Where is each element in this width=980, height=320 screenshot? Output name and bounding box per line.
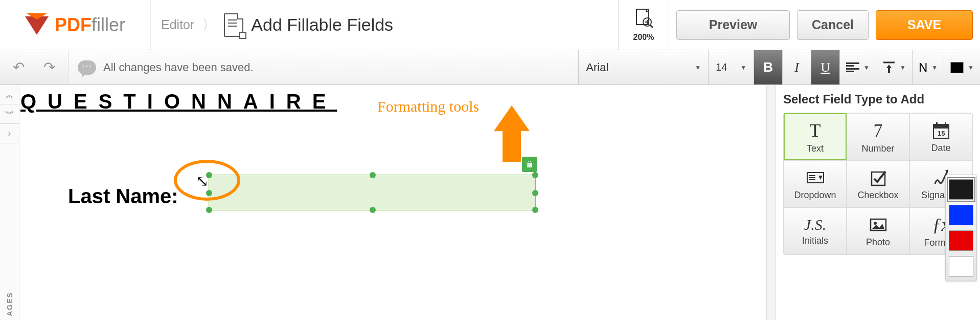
- field-type-photo[interactable]: Photo: [847, 207, 909, 254]
- bold-button[interactable]: B: [754, 50, 782, 84]
- field-type-checkbox[interactable]: Checkbox: [847, 160, 909, 207]
- resize-handle[interactable]: [532, 190, 538, 196]
- cancel-button[interactable]: Cancel: [797, 10, 869, 40]
- field-type-dropdown[interactable]: Dropdown: [784, 160, 847, 207]
- logo-icon: [25, 13, 51, 36]
- svg-line-2: [650, 25, 653, 28]
- breadcrumb-step-fields: Add Fillable Fields: [251, 15, 393, 35]
- preview-button[interactable]: Preview: [676, 10, 790, 40]
- zoom-value: 200%: [633, 33, 654, 42]
- comment-icon[interactable]: [78, 60, 96, 75]
- svg-rect-7: [933, 124, 949, 129]
- swatch-red[interactable]: [949, 230, 973, 251]
- chevron-down-icon: ▼: [931, 64, 938, 71]
- annotation-arrow-icon: [494, 105, 530, 157]
- panel-title: Select Field Type to Add: [783, 92, 973, 106]
- document-icon: [224, 13, 243, 37]
- format-toolbar: Arial▼ 14▼ B I U ▼ ▼ N▼ ▼: [578, 50, 980, 84]
- status-text: All changes have been saved.: [103, 61, 254, 74]
- resize-cursor-icon: ⤡: [196, 172, 209, 190]
- dropdown-icon: [805, 167, 826, 188]
- chevron-down-icon: ▼: [900, 64, 906, 71]
- chevron-right-icon: 〉: [202, 15, 216, 35]
- vertical-align-select[interactable]: ▼: [876, 50, 912, 84]
- annotation-label: Formatting tools: [377, 98, 479, 115]
- chevron-right-button[interactable]: ›: [0, 124, 19, 143]
- field-type-number[interactable]: 7Number: [847, 113, 909, 160]
- vertical-scrollbar[interactable]: [766, 85, 776, 320]
- svg-rect-9: [945, 122, 946, 126]
- chevron-down-icon: ▼: [863, 64, 870, 71]
- chevron-down-icon: ▼: [740, 64, 746, 71]
- align-left-icon: [846, 62, 859, 73]
- calendar-icon: 15: [931, 120, 951, 141]
- field-type-date[interactable]: 15Date: [909, 113, 972, 160]
- photo-icon: [868, 215, 888, 235]
- font-select[interactable]: Arial▼: [578, 50, 708, 84]
- field-type-grid: TText 7Number 15Date Dropdown Checkbox S…: [783, 113, 973, 255]
- align-top-icon: [882, 61, 896, 74]
- status-bar: All changes have been saved.: [69, 50, 578, 84]
- breadcrumb: Editor 〉 Add Fillable Fields: [151, 0, 403, 50]
- document-canvas[interactable]: QUESTIONNAIRE Formatting tools Last Name…: [19, 85, 766, 320]
- left-sidebar: ︽ ︾ › AGES: [0, 85, 19, 320]
- header-buttons: Preview Cancel SAVE: [669, 0, 980, 50]
- checkbox-icon: [868, 167, 888, 188]
- zoom-in-icon: [633, 8, 654, 31]
- zoom-control[interactable]: 200%: [618, 0, 669, 50]
- save-button[interactable]: SAVE: [876, 10, 973, 40]
- color-swatch-icon: [950, 62, 964, 73]
- swatch-black[interactable]: [949, 179, 973, 200]
- breadcrumb-step-editor[interactable]: Editor: [161, 17, 194, 32]
- logo-text: PDFfiller: [55, 14, 125, 36]
- resize-handle[interactable]: [370, 172, 376, 178]
- expand-down-button[interactable]: ︾: [0, 104, 19, 124]
- italic-button[interactable]: I: [782, 50, 811, 84]
- field-type-initials[interactable]: J.S.Initials: [784, 207, 847, 254]
- color-swatch-panel: [945, 175, 977, 281]
- svg-text:15: 15: [938, 130, 945, 137]
- redo-button[interactable]: ↷: [43, 59, 55, 76]
- field-label: Last Name:: [68, 185, 178, 208]
- history-controls: ↶ ↷: [0, 50, 69, 84]
- header-bar: PDFfiller Editor 〉 Add Fillable Fields 2…: [0, 0, 980, 50]
- text-icon: T: [810, 120, 821, 141]
- n-format-select[interactable]: N▼: [912, 50, 944, 84]
- number-icon: 7: [874, 120, 883, 141]
- resize-handle[interactable]: [532, 207, 538, 213]
- chevron-down-icon: ▼: [695, 64, 701, 71]
- resize-handle[interactable]: [532, 172, 538, 178]
- align-select[interactable]: ▼: [839, 50, 876, 84]
- pages-tab[interactable]: AGES: [6, 297, 14, 316]
- main-area: ︽ ︾ › AGES QUESTIONNAIRE Formatting tool…: [0, 85, 980, 320]
- swatch-white[interactable]: [949, 256, 973, 276]
- color-select[interactable]: ▼: [944, 50, 980, 84]
- resize-handle[interactable]: [206, 207, 212, 213]
- initials-icon: J.S.: [804, 216, 826, 233]
- svg-rect-8: [936, 122, 938, 126]
- fillable-text-field[interactable]: 🗑 *: [209, 175, 536, 210]
- underline-button[interactable]: U: [811, 50, 839, 84]
- field-type-text[interactable]: TText: [784, 113, 847, 160]
- toolbar: ↶ ↷ All changes have been saved. Arial▼ …: [0, 50, 980, 85]
- collapse-up-button[interactable]: ︽: [0, 85, 19, 104]
- svg-point-17: [874, 222, 877, 225]
- chevron-down-icon: ▼: [968, 64, 974, 71]
- swatch-blue[interactable]: [949, 205, 973, 225]
- font-size-select[interactable]: 14▼: [708, 50, 754, 84]
- app-logo: PDFfiller: [0, 0, 151, 50]
- undo-button[interactable]: ↶: [13, 59, 25, 76]
- resize-handle[interactable]: [370, 207, 376, 213]
